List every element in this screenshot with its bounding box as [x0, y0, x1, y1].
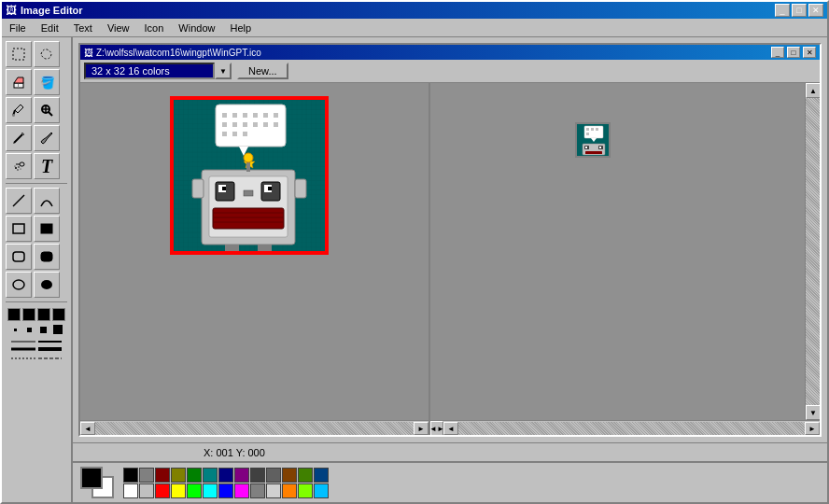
size-medium-filled[interactable] [22, 308, 35, 321]
pixel-canvas-container[interactable] [170, 96, 329, 255]
rect-outline-tool[interactable] [6, 216, 32, 242]
svg-rect-40 [263, 113, 268, 118]
svg-line-8 [49, 112, 52, 116]
svg-point-14 [18, 166, 20, 168]
left-hscroll[interactable]: ◄ ► [80, 421, 430, 435]
brush-size-area [6, 306, 67, 366]
color-brown[interactable] [282, 468, 297, 483]
eyedropper-tool[interactable] [6, 97, 32, 123]
color-cyan[interactable] [203, 483, 218, 498]
color-green[interactable] [187, 483, 202, 498]
color-blue[interactable] [218, 483, 233, 498]
eraser-tool[interactable] [6, 69, 32, 95]
color-magenta[interactable] [234, 483, 249, 498]
rect-fill-tool[interactable] [34, 216, 60, 242]
color-black[interactable] [123, 468, 138, 483]
color-yellow[interactable] [171, 483, 186, 498]
color-dark-blue[interactable] [218, 468, 233, 483]
vertical-scrollbar[interactable]: ▲ ▼ [805, 83, 820, 420]
pencil-tool[interactable] [6, 125, 32, 151]
menu-icon[interactable]: Icon [137, 21, 172, 35]
select-rect-tool[interactable] [6, 41, 32, 67]
doc-minimize-btn[interactable]: _ [771, 47, 784, 58]
menu-view[interactable]: View [100, 21, 137, 35]
icon-preview [575, 122, 611, 158]
right-hscroll[interactable]: ◄ ► [443, 421, 820, 435]
menu-file[interactable]: File [2, 21, 34, 35]
size-small-filled[interactable] [7, 308, 21, 321]
color-dark-teal[interactable] [203, 468, 218, 483]
svg-rect-44 [243, 122, 247, 127]
zoom-tool[interactable] [34, 97, 60, 123]
svg-rect-82 [585, 147, 587, 148]
pixel-canvas[interactable] [174, 100, 325, 251]
color-olive[interactable] [298, 468, 313, 483]
size-select[interactable]: 32 x 32 16 colors [84, 63, 215, 79]
svg-rect-62 [213, 208, 284, 229]
doc-close-btn[interactable]: ✕ [803, 47, 816, 58]
hscroll-right-btn[interactable]: ► [414, 422, 429, 435]
scroll-track-v[interactable] [806, 98, 820, 405]
line-tool[interactable] [6, 188, 32, 214]
rounded-rect-fill-tool[interactable] [34, 244, 60, 270]
color-gray3[interactable] [250, 483, 265, 498]
size-xlarge-filled[interactable] [52, 308, 65, 321]
menu-window[interactable]: Window [171, 21, 222, 35]
size-large-filled[interactable] [37, 308, 50, 321]
rounded-rect-outline-tool[interactable] [6, 244, 32, 270]
brush-tool[interactable] [34, 125, 60, 151]
dropdown-arrow[interactable]: ▼ [215, 63, 232, 79]
svg-rect-37 [232, 113, 237, 118]
hscroll-right-left-btn[interactable]: ◄ [443, 422, 458, 435]
airbrush-tool[interactable] [6, 153, 32, 179]
ellipse-outline-tool[interactable] [6, 272, 32, 298]
color-light-gray[interactable] [139, 483, 154, 498]
document-window: 🖼 Z:\wolfssl\watcom16\wingpt\WinGPT.ico … [78, 43, 822, 437]
size-select-container: 32 x 32 16 colors ▼ [84, 63, 232, 79]
scroll-up-btn[interactable]: ▲ [806, 83, 820, 98]
hscroll-right-right-btn[interactable]: ► [805, 422, 820, 435]
color-dark-purple[interactable] [234, 468, 249, 483]
menu-edit[interactable]: Edit [34, 21, 66, 35]
doc-title: Z:\wolfssl\watcom16\wingpt\WinGPT.ico [96, 48, 768, 58]
color-gray2[interactable] [266, 468, 281, 483]
svg-rect-73 [584, 126, 603, 138]
color-white[interactable] [123, 483, 138, 498]
color-dark-gray2[interactable] [250, 468, 265, 483]
svg-rect-67 [295, 179, 306, 198]
hscroll-left-btn[interactable]: ◄ [80, 422, 95, 435]
doc-maximize-btn[interactable]: □ [787, 47, 800, 58]
fill-tool[interactable]: 🪣 [34, 69, 60, 95]
text-tool[interactable]: T [34, 153, 60, 179]
svg-rect-50 [243, 132, 247, 136]
split-handle[interactable]: ◄► [430, 421, 443, 435]
menu-help[interactable]: Help [222, 21, 259, 35]
color-dark-gray[interactable] [139, 468, 154, 483]
color-orange[interactable] [282, 483, 297, 498]
color-steel-blue[interactable] [314, 468, 329, 483]
color-sky-blue[interactable] [314, 483, 329, 498]
menu-text[interactable]: Text [66, 21, 100, 35]
new-button[interactable]: New... [237, 63, 288, 79]
svg-rect-42 [222, 122, 227, 127]
color-dark-red[interactable] [155, 468, 170, 483]
svg-rect-23 [13, 252, 24, 261]
select-free-tool[interactable] [34, 41, 60, 67]
ellipse-fill-tool[interactable] [34, 272, 60, 298]
foreground-color-box[interactable] [80, 467, 103, 489]
color-dark-green[interactable] [187, 468, 202, 483]
svg-rect-0 [13, 49, 24, 60]
color-dark-yellow[interactable] [171, 468, 186, 483]
close-button[interactable]: ✕ [808, 4, 823, 17]
svg-point-15 [14, 165, 15, 166]
scroll-down-btn[interactable]: ▼ [806, 405, 820, 420]
color-yellow-green[interactable] [298, 483, 313, 498]
maximize-button[interactable]: □ [792, 4, 807, 17]
svg-rect-71 [258, 245, 272, 251]
svg-rect-21 [13, 224, 24, 233]
color-silver[interactable] [266, 483, 281, 498]
minimize-button[interactable]: _ [775, 4, 790, 17]
main-content: 🪣 [2, 37, 827, 502]
curve-tool[interactable] [34, 188, 60, 214]
color-red[interactable] [155, 483, 170, 498]
